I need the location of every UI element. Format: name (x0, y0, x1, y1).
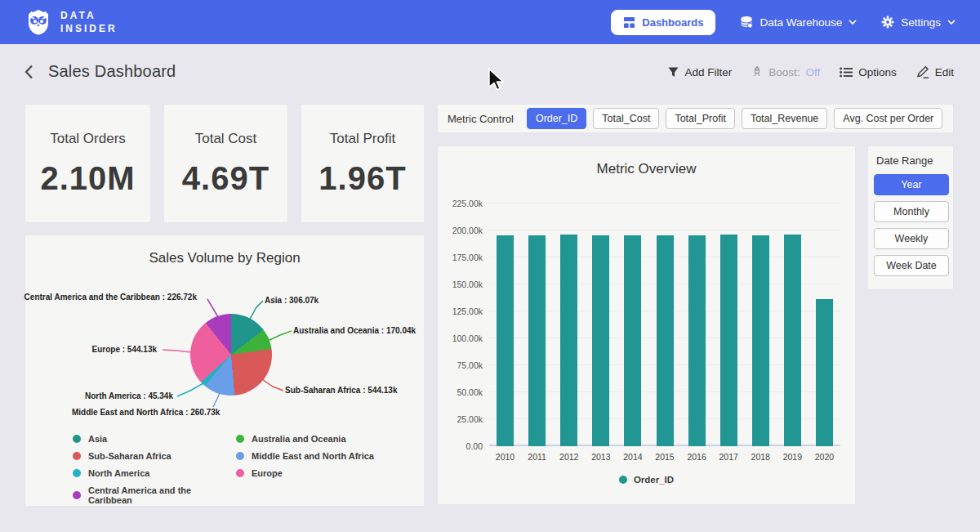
date-range-option-week-date[interactable]: Week Date (874, 255, 949, 276)
chevron-down-icon (947, 20, 956, 25)
back-button[interactable] (24, 65, 33, 79)
nav-data-warehouse-label: Data Warehouse (760, 16, 842, 29)
app-root: DATA INSIDER Dashboards Data Warehou (0, 0, 980, 532)
pie-label-asia: Asia : 306.07k (265, 296, 318, 305)
bar-2019[interactable] (784, 235, 801, 446)
metric-option-total-revenue[interactable]: Total_Revenue (742, 108, 827, 129)
legend-item-north-america: North America (73, 468, 236, 478)
kpi-label: Total Profit (330, 131, 395, 147)
date-range-panel: Date Range YearMonthlyWeeklyWeek Date (867, 145, 954, 290)
bar-2010[interactable] (497, 235, 514, 446)
x-tick-label: 2015 (655, 452, 674, 462)
metric-option-avg-cost-per-order[interactable]: Avg. Cost per Order (834, 108, 942, 129)
legend-item-europe: Europe (236, 468, 374, 478)
add-filter-button[interactable]: Add Filter (668, 66, 732, 78)
date-range-option-weekly[interactable]: Weekly (874, 228, 949, 249)
bar-legend-dot (619, 476, 627, 484)
y-tick-label: 100.00k (452, 333, 483, 343)
pie-label-middle-east-and-north-africa: Middle East and North Africa : 260.73k (72, 408, 220, 417)
metric-option-total-cost[interactable]: Total_Cost (593, 108, 659, 129)
legend-label: Middle East and North Africa (252, 451, 374, 461)
pie-label-sub-saharan-africa: Sub-Saharan Africa : 544.13k (285, 386, 397, 395)
bar-chart-title: Metric Overview (438, 161, 855, 177)
legend-dot (73, 491, 81, 499)
bar-2015[interactable] (657, 235, 674, 446)
edit-button[interactable]: Edit (916, 65, 954, 78)
y-tick-label: 225.00k (452, 199, 483, 208)
pie-chart-title: Sales Volume by Region (25, 250, 424, 266)
legend-dot (73, 452, 81, 460)
bar-2011[interactable] (528, 235, 546, 446)
pie-label-north-america: North America : 45.34k (85, 391, 173, 400)
metric-option-order-id[interactable]: Order_ID (527, 108, 586, 129)
boost-value: Off (805, 66, 820, 78)
legend-label: North America (88, 468, 149, 478)
nav-settings-menu[interactable]: Settings (881, 16, 956, 29)
x-tick-label: 2014 (623, 452, 642, 462)
boost-toggle[interactable]: Boost: Off (751, 66, 820, 78)
filter-icon (668, 67, 679, 78)
metric-option-total-profit[interactable]: Total_Profit (666, 108, 735, 129)
legend-dot (236, 452, 244, 460)
kpi-value: 2.10M (40, 160, 135, 197)
bar-plot: 0.0025.00k50.00k75.00k100.00k125.00k150.… (489, 203, 840, 446)
metric-control-strip: Metric Control Order_IDTotal_CostTotal_P… (437, 104, 954, 133)
pie-legend: AsiaAustralia and OceaniaSub-Saharan Afr… (73, 434, 374, 505)
owl-logo-icon (24, 8, 52, 36)
legend-dot (73, 435, 81, 443)
pie-chart-card: Sales Volume by Region Asia : 306.07k Au… (24, 235, 425, 507)
y-tick-label: 175.00k (452, 253, 483, 262)
header-actions: Add Filter Boost: Off Options Edit (668, 65, 954, 78)
kpi-card-total-cost: Total Cost 4.69T (163, 104, 288, 223)
x-tick-label: 2018 (751, 452, 770, 462)
date-range-option-monthly[interactable]: Monthly (874, 201, 949, 222)
legend-label: Europe (252, 468, 283, 478)
app-name: DATA INSIDER (60, 9, 118, 35)
bar-2020[interactable] (816, 299, 833, 446)
x-tick-label: 2012 (559, 452, 578, 462)
bar-2018[interactable] (752, 235, 769, 446)
app-logo[interactable]: DATA INSIDER (24, 8, 118, 36)
x-tick-label: 2020 (815, 452, 834, 462)
legend-dot (236, 469, 244, 477)
x-tick-label: 2010 (496, 452, 514, 462)
bar-2014[interactable] (624, 235, 641, 446)
legend-item-sub-saharan-africa: Sub-Saharan Africa (73, 451, 236, 461)
date-range-label: Date Range (876, 154, 947, 167)
gridline (489, 203, 840, 203)
nav-data-warehouse-menu[interactable]: Data Warehouse (740, 16, 857, 29)
list-icon (840, 67, 853, 78)
bar-2012[interactable] (560, 235, 577, 446)
legend-label: Central America and the Caribbean (88, 485, 236, 505)
chevron-down-icon (849, 20, 857, 25)
legend-label: Sub-Saharan Africa (88, 451, 172, 461)
options-label: Options (858, 66, 897, 78)
bar-2013[interactable] (592, 235, 609, 446)
metric-control-label: Metric Control (448, 113, 514, 125)
bar-legend: Order_ID (438, 475, 855, 485)
gear-icon (881, 16, 894, 29)
bar-2017[interactable] (720, 235, 737, 446)
legend-item-central-america-and-the-caribbean: Central America and the Caribbean (73, 485, 236, 505)
legend-label: Australia and Oceania (252, 434, 346, 444)
x-tick-label: 2013 (591, 452, 610, 462)
legend-dot (236, 435, 244, 443)
date-range-options: YearMonthlyWeeklyWeek Date (874, 174, 947, 276)
metric-control-options: Order_IDTotal_CostTotal_ProfitTotal_Reve… (527, 108, 942, 129)
pencil-icon (916, 65, 929, 78)
nav-settings-label: Settings (901, 16, 941, 29)
bar-2016[interactable] (688, 235, 706, 446)
legend-item-asia: Asia (73, 434, 236, 444)
nav-dashboards-button[interactable]: Dashboards (611, 10, 715, 35)
options-button[interactable]: Options (840, 66, 897, 78)
pie[interactable] (190, 314, 272, 396)
y-tick-label: 0.00 (466, 441, 483, 451)
legend-label: Asia (88, 434, 107, 444)
bar-chart-card: Metric Overview 0.0025.00k50.00k75.00k10… (437, 145, 856, 505)
kpi-label: Total Orders (50, 131, 126, 147)
date-range-option-year[interactable]: Year (874, 174, 949, 195)
mouse-cursor (488, 68, 506, 92)
page-title: Sales Dashboard (48, 62, 176, 81)
y-tick-label: 150.00k (452, 279, 483, 289)
bar-legend-label: Order_ID (634, 475, 674, 485)
